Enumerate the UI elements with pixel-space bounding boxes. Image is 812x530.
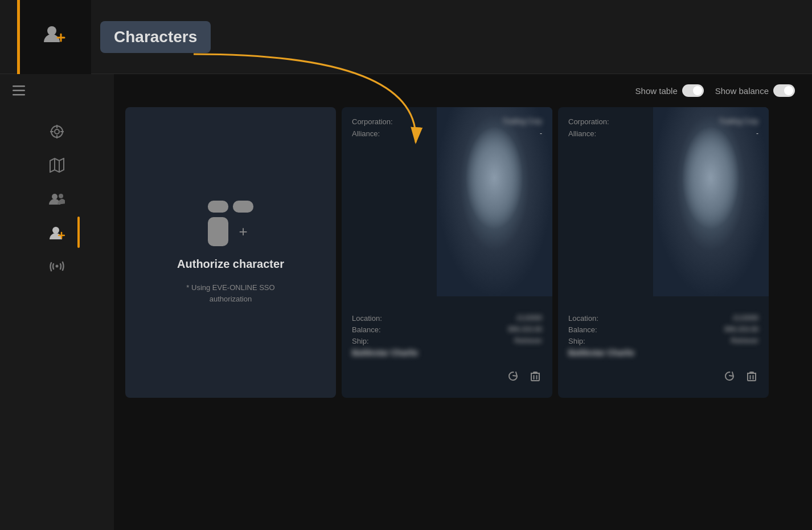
character-actions-0 xyxy=(352,364,542,391)
auth-icon-3 xyxy=(208,217,228,247)
show-balance-label: Show balance xyxy=(715,86,769,96)
svg-point-17 xyxy=(59,194,63,198)
character-card-header-0: Corporation: Trading Corp Alliance: - xyxy=(342,107,552,148)
hamburger-menu[interactable] xyxy=(0,74,114,110)
sidebar-nav xyxy=(0,110,114,282)
location-row-1: Location: J110000 xyxy=(568,314,758,323)
balance-row-0: Balance: 999,333.00 xyxy=(352,325,542,334)
show-table-toggle-group: Show table xyxy=(635,84,704,97)
character-actions-1 xyxy=(568,364,758,391)
ship-row-0: Ship: Retriever xyxy=(352,337,542,345)
svg-rect-22 xyxy=(531,373,539,381)
alliance-row-0: Alliance: - xyxy=(352,129,542,138)
refresh-character-button-1[interactable] xyxy=(722,369,737,386)
sidebar-item-map[interactable] xyxy=(40,149,74,181)
alliance-value-1: - xyxy=(756,129,758,138)
page-title: Characters xyxy=(100,21,211,53)
add-character-icon xyxy=(43,23,65,51)
svg-point-1 xyxy=(47,26,56,35)
svg-point-21 xyxy=(56,264,59,267)
ship-label-0: Ship: xyxy=(352,337,369,345)
corporation-label-1: Corporation: xyxy=(568,117,609,126)
sidebar-item-signal[interactable] xyxy=(40,250,74,282)
svg-marker-13 xyxy=(50,158,64,172)
auth-icon-1 xyxy=(208,201,228,213)
character-card-footer-0: Location: J110000 Balance: 999,333.00 Sh… xyxy=(342,307,552,398)
location-row-0: Location: J110000 xyxy=(352,314,542,323)
alliance-row-1: Alliance: - xyxy=(568,129,758,138)
authorize-subtitle: * Using EVE-ONLINE SSOauthorization xyxy=(186,282,274,304)
top-bar: Characters xyxy=(0,0,812,74)
alliance-label-0: Alliance: xyxy=(352,129,380,138)
ship-value-1: Retriever xyxy=(731,337,758,345)
char-bottom-rows-0: Location: J110000 Balance: 999,333.00 Sh… xyxy=(352,314,542,345)
svg-rect-5 xyxy=(13,90,25,92)
show-table-toggle[interactable] xyxy=(682,84,704,97)
character-card-0: Corporation: Trading Corp Alliance: - Lo… xyxy=(342,107,552,398)
character-name-1: Battlestar Charlie xyxy=(568,348,758,357)
main-layout: Show table Show balance + Authorize char… xyxy=(0,74,812,530)
ship-value-0: Retriever xyxy=(514,337,542,345)
corporation-value-0: Trading Corp xyxy=(502,117,542,126)
svg-point-18 xyxy=(52,227,59,234)
authorize-title: Authorize character xyxy=(177,258,284,271)
character-card-1: Corporation: Trading Corp Alliance: - Lo… xyxy=(558,107,769,398)
balance-label-0: Balance: xyxy=(352,325,381,334)
corporation-label-0: Corporation: xyxy=(352,117,393,126)
location-value-1: J110000 xyxy=(732,314,758,323)
top-bar-icon-area xyxy=(17,0,91,74)
alliance-label-1: Alliance: xyxy=(568,129,596,138)
sidebar-item-group[interactable] xyxy=(40,183,74,214)
delete-character-button-0[interactable] xyxy=(528,369,542,386)
refresh-character-button-0[interactable] xyxy=(506,369,520,386)
location-value-0: J110000 xyxy=(516,314,542,323)
svg-rect-6 xyxy=(13,94,25,96)
corporation-row-0: Corporation: Trading Corp xyxy=(352,117,542,126)
balance-row-1: Balance: 999,333.00 xyxy=(568,325,758,334)
show-balance-toggle[interactable] xyxy=(773,84,795,97)
content-area: Show table Show balance + Authorize char… xyxy=(114,74,812,530)
svg-point-16 xyxy=(52,194,58,199)
content-toolbar: Show table Show balance xyxy=(114,74,812,107)
character-card-header-1: Corporation: Trading Corp Alliance: - xyxy=(558,107,769,148)
auth-icon-2 xyxy=(233,201,253,213)
svg-point-8 xyxy=(55,129,59,134)
location-label-0: Location: xyxy=(352,314,382,323)
sidebar-item-add-character[interactable] xyxy=(40,217,74,248)
orange-accent-bar xyxy=(17,0,20,74)
cards-grid: + Authorize character * Using EVE-ONLINE… xyxy=(114,107,812,530)
auth-icon-plus: + xyxy=(233,217,253,247)
corporation-row-1: Corporation: Trading Corp xyxy=(568,117,758,126)
delete-character-button-1[interactable] xyxy=(745,369,758,386)
show-balance-toggle-group: Show balance xyxy=(715,84,795,97)
balance-value-1: 999,333.00 xyxy=(724,325,758,334)
svg-rect-29 xyxy=(748,373,756,381)
show-table-label: Show table xyxy=(635,86,678,96)
char-bottom-rows-1: Location: J110000 Balance: 999,333.00 Sh… xyxy=(568,314,758,345)
character-card-footer-1: Location: J110000 Balance: 999,333.00 Sh… xyxy=(558,307,769,398)
svg-rect-4 xyxy=(13,85,25,87)
location-label-1: Location: xyxy=(568,314,598,323)
corporation-value-1: Trading Corp xyxy=(719,117,758,126)
balance-label-1: Balance: xyxy=(568,325,597,334)
alliance-value-0: - xyxy=(540,129,542,138)
character-name-0: Battlestar Charlie xyxy=(352,348,542,357)
ship-row-1: Ship: Retriever xyxy=(568,337,758,345)
ship-label-1: Ship: xyxy=(568,337,585,345)
left-sidebar xyxy=(0,74,114,530)
sidebar-item-target[interactable] xyxy=(40,116,74,147)
balance-value-0: 999,333.00 xyxy=(508,325,542,334)
authorize-icon-grid: + xyxy=(208,201,253,246)
authorize-character-card[interactable]: + Authorize character * Using EVE-ONLINE… xyxy=(125,107,336,398)
